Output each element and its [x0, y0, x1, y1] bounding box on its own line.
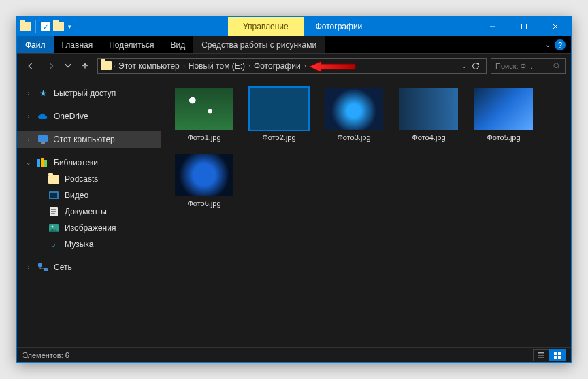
file-item[interactable]: Фото4.jpg	[399, 88, 458, 142]
body: › ★ Быстрый доступ › OneDrive › Этот ком…	[17, 78, 571, 347]
svg-point-19	[52, 226, 54, 228]
svg-rect-20	[38, 263, 42, 267]
address-right: ⌄	[461, 61, 483, 71]
minimize-button[interactable]	[477, 17, 508, 36]
tab-home[interactable]: Главная	[54, 36, 101, 53]
breadcrumb-drive[interactable]: Новый том (E:)	[186, 61, 247, 71]
svg-rect-25	[554, 352, 557, 355]
svg-rect-23	[538, 355, 544, 356]
back-button[interactable]	[22, 58, 39, 74]
address-bar[interactable]: › Этот компьютер › Новый том (E:) › Фото…	[97, 58, 487, 74]
svg-point-5	[554, 63, 559, 67]
sidebar-label: OneDrive	[54, 112, 88, 121]
file-name-label: Фото4.jpg	[412, 133, 445, 142]
sidebar-label: Изображения	[65, 223, 116, 233]
forward-button[interactable]	[43, 58, 59, 74]
tab-picture-tools[interactable]: Средства работы с рисунками	[193, 36, 325, 53]
sidebar-label: Podcasts	[65, 174, 98, 184]
svg-rect-16	[51, 211, 56, 212]
svg-rect-22	[538, 352, 544, 354]
file-item[interactable]: Фото1.jpg	[175, 88, 233, 142]
help-icon[interactable]: ?	[555, 39, 566, 50]
annotation-arrow	[309, 60, 357, 73]
svg-rect-26	[558, 352, 561, 355]
address-folder-icon	[101, 61, 112, 70]
qat-newfolder-icon[interactable]	[53, 22, 64, 31]
sidebar-item-documents[interactable]: ›Документы	[17, 203, 161, 220]
sidebar-item-libraries[interactable]: ⌄ Библиотеки	[17, 154, 161, 171]
ribbon-collapse-caret[interactable]: ⌄	[545, 41, 551, 48]
svg-rect-9	[37, 159, 40, 167]
app-icon	[20, 22, 31, 31]
tab-view[interactable]: Вид	[162, 36, 193, 53]
sidebar-item-podcasts[interactable]: ›Podcasts	[17, 171, 161, 187]
titlebar: ✓ ▾ Управление Фотографии	[17, 17, 571, 36]
items-grid: Фото1.jpgФото2.jpgФото3.jpgФото4.jpgФото…	[175, 88, 557, 208]
svg-rect-24	[538, 357, 544, 358]
svg-line-6	[558, 67, 559, 69]
sidebar-item-network[interactable]: › Сеть	[17, 259, 161, 276]
sidebar-label: Видео	[65, 191, 88, 200]
breadcrumb-separator: ›	[304, 63, 306, 69]
navigation-pane: › ★ Быстрый доступ › OneDrive › Этот ком…	[17, 78, 161, 347]
file-item[interactable]: Фото6.jpg	[175, 154, 233, 208]
breadcrumb-thispc[interactable]: Этот компьютер	[116, 61, 182, 71]
svg-rect-15	[51, 209, 56, 210]
view-toggle	[533, 349, 566, 361]
file-item[interactable]: Фото2.jpg	[250, 88, 308, 142]
sidebar-label: Сеть	[54, 263, 72, 272]
file-thumbnail	[399, 88, 458, 130]
libraries-icon	[37, 157, 48, 168]
navigation-row: › Этот компьютер › Новый том (E:) › Фото…	[17, 54, 571, 78]
address-dropdown-caret[interactable]: ⌄	[461, 62, 467, 69]
sidebar-item-quickaccess[interactable]: › ★ Быстрый доступ	[17, 85, 161, 101]
details-view-button[interactable]	[533, 349, 549, 361]
breadcrumb-folder[interactable]: Фотографии	[252, 61, 303, 71]
tab-share[interactable]: Поделиться	[101, 36, 162, 53]
sidebar-item-onedrive[interactable]: › OneDrive	[17, 108, 161, 125]
file-item[interactable]: Фото3.jpg	[325, 88, 383, 142]
file-thumbnail	[250, 88, 308, 130]
refresh-icon[interactable]	[471, 61, 480, 71]
recent-locations-caret[interactable]	[63, 58, 73, 74]
thumbnails-view-button[interactable]	[549, 349, 566, 361]
file-name-label: Фото2.jpg	[262, 133, 295, 142]
pictures-icon	[48, 223, 59, 233]
svg-rect-27	[554, 356, 557, 359]
sidebar-item-thispc[interactable]: › Этот компьютер	[17, 131, 161, 148]
up-button[interactable]	[77, 58, 93, 74]
qat-separator	[35, 20, 36, 33]
close-button[interactable]	[540, 17, 571, 36]
quick-access-toolbar: ✓ ▾	[17, 17, 74, 36]
sidebar-item-videos[interactable]: ›Видео	[17, 187, 161, 203]
contextual-tab-header: Управление	[228, 17, 304, 36]
monitor-icon	[37, 134, 48, 145]
sidebar-label: Документы	[65, 207, 107, 216]
qat-customize-caret[interactable]: ▾	[68, 23, 71, 30]
document-icon	[48, 206, 59, 217]
sidebar-item-music[interactable]: ›♪Музыка	[17, 236, 161, 252]
cloud-icon	[37, 111, 48, 122]
content-pane[interactable]: Фото1.jpgФото2.jpgФото3.jpgФото4.jpgФото…	[161, 78, 571, 347]
ribbon: Файл Главная Поделиться Вид Средства раб…	[17, 36, 571, 54]
file-name-label: Фото6.jpg	[187, 199, 220, 208]
folder-icon	[48, 174, 59, 184]
status-bar: Элементов: 6	[17, 347, 571, 362]
svg-rect-11	[44, 160, 47, 167]
svg-rect-28	[558, 356, 561, 359]
tab-file[interactable]: Файл	[17, 36, 54, 53]
sidebar-item-pictures[interactable]: ›Изображения	[17, 220, 161, 236]
svg-rect-7	[38, 135, 48, 142]
sidebar-label: Библиотеки	[54, 158, 98, 167]
file-thumbnail	[175, 88, 233, 130]
file-thumbnail	[474, 88, 533, 130]
titlebar-separator	[76, 17, 76, 29]
file-thumbnail	[325, 88, 383, 130]
file-item[interactable]: Фото5.jpg	[474, 88, 533, 142]
file-name-label: Фото3.jpg	[337, 133, 370, 142]
explorer-window: ✓ ▾ Управление Фотографии Файл Главная П…	[16, 16, 572, 363]
maximize-button[interactable]	[508, 17, 540, 36]
qat-properties-icon[interactable]: ✓	[41, 22, 50, 31]
search-box[interactable]: Поиск: Ф...	[491, 58, 566, 74]
sidebar-label: Быстрый доступ	[54, 88, 116, 98]
